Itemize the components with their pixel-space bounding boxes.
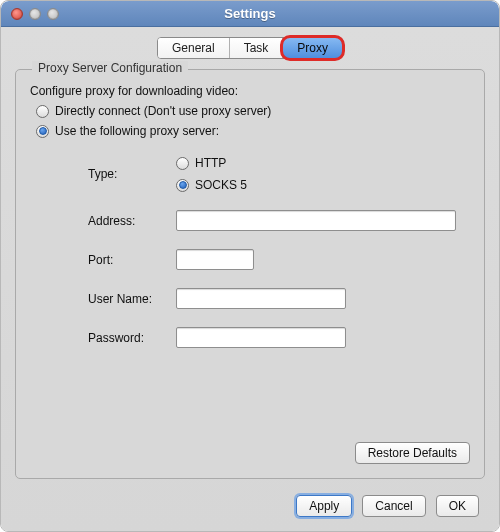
cancel-button[interactable]: Cancel (362, 495, 425, 517)
groupbox-subtitle: Configure proxy for downloading video: (30, 84, 470, 98)
groupbox-legend: Proxy Server Configuration (32, 61, 188, 75)
apply-button[interactable]: Apply (296, 495, 352, 517)
username-input[interactable] (176, 288, 346, 309)
password-label: Password: (88, 331, 176, 345)
radio-icon (36, 105, 49, 118)
address-label: Address: (88, 214, 176, 228)
close-icon[interactable] (11, 8, 23, 20)
field-address: Address: (88, 210, 470, 231)
tab-task[interactable]: Task (230, 38, 284, 58)
type-options: HTTP SOCKS 5 (176, 156, 247, 192)
tab-proxy-label: Proxy (297, 41, 328, 55)
tabs: General Task Proxy (157, 37, 343, 59)
titlebar: Settings (1, 1, 499, 27)
window-content: General Task Proxy Proxy Server Configur… (1, 27, 499, 531)
radio-label: SOCKS 5 (195, 178, 247, 192)
restore-row: Restore Defaults (355, 442, 470, 464)
username-label: User Name: (88, 292, 176, 306)
radio-type-http[interactable]: HTTP (176, 156, 247, 170)
field-port: Port: (88, 249, 470, 270)
field-username: User Name: (88, 288, 470, 309)
password-input[interactable] (176, 327, 346, 348)
proxy-groupbox: Proxy Server Configuration Configure pro… (15, 69, 485, 479)
window-title: Settings (1, 6, 499, 21)
radio-label: Use the following proxy server: (55, 124, 219, 138)
field-type: Type: HTTP SOCKS 5 (88, 156, 470, 192)
radio-icon (176, 157, 189, 170)
zoom-icon[interactable] (47, 8, 59, 20)
port-label: Port: (88, 253, 176, 267)
radio-type-socks5[interactable]: SOCKS 5 (176, 178, 247, 192)
radio-direct-connect[interactable]: Directly connect (Don't use proxy server… (36, 104, 470, 118)
tab-general[interactable]: General (158, 38, 230, 58)
radio-icon (176, 179, 189, 192)
radio-label: Directly connect (Don't use proxy server… (55, 104, 271, 118)
ok-button[interactable]: OK (436, 495, 479, 517)
radio-icon (36, 125, 49, 138)
tab-proxy[interactable]: Proxy (283, 38, 342, 58)
minimize-icon[interactable] (29, 8, 41, 20)
window-controls (1, 8, 59, 20)
settings-window: Settings General Task Proxy Proxy Server… (0, 0, 500, 532)
port-input[interactable] (176, 249, 254, 270)
address-input[interactable] (176, 210, 456, 231)
restore-defaults-button[interactable]: Restore Defaults (355, 442, 470, 464)
proxy-fields: Type: HTTP SOCKS 5 Address: (30, 156, 470, 348)
field-password: Password: (88, 327, 470, 348)
dialog-buttons: Apply Cancel OK (296, 495, 479, 517)
radio-use-proxy[interactable]: Use the following proxy server: (36, 124, 470, 138)
tabs-row: General Task Proxy (15, 37, 485, 59)
radio-label: HTTP (195, 156, 226, 170)
type-label: Type: (88, 167, 176, 181)
